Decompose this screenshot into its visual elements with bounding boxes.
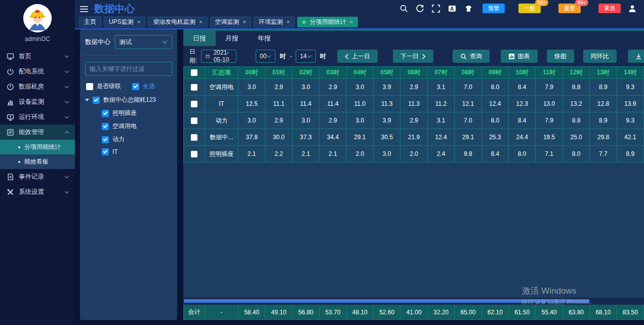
sidebar-item-能效管理[interactable]: 能效管理 bbox=[0, 125, 75, 140]
user-icon[interactable] bbox=[628, 4, 637, 13]
row-checkbox-cell bbox=[184, 129, 205, 146]
bullet-icon bbox=[18, 146, 20, 148]
tree-root-node[interactable]: 数据中心总能耗123 bbox=[85, 96, 172, 104]
sidebar-subitem-能效看板[interactable]: 能效看板 bbox=[0, 154, 75, 169]
row-value-cell: 42.1 bbox=[617, 129, 644, 146]
sidebar-item-设备监测[interactable]: 设备监测 bbox=[0, 94, 75, 109]
tree-node-checkbox[interactable] bbox=[102, 136, 109, 143]
select-all-label[interactable]: 全选 bbox=[143, 82, 155, 91]
fullscreen-icon[interactable] bbox=[432, 4, 440, 13]
row-value-cell: 11.3 bbox=[400, 96, 427, 112]
page-tab-分项用能统计[interactable]: 分项用能统计× bbox=[297, 17, 357, 27]
row-value-cell: 37.8 bbox=[238, 129, 265, 146]
query-button[interactable]: 查询 bbox=[453, 50, 490, 63]
cascade-checkbox[interactable] bbox=[86, 83, 93, 90]
select-all-rows-checkbox[interactable] bbox=[191, 69, 197, 76]
row-value-cell: 7.0 bbox=[455, 112, 481, 129]
hour-to-select[interactable]: 14 bbox=[296, 50, 315, 63]
sidebar-item-事件记录[interactable]: 事件记录 bbox=[0, 169, 75, 184]
row-checkbox[interactable] bbox=[191, 151, 197, 157]
panel-divider bbox=[80, 55, 177, 56]
tree-node-空调用电[interactable]: 空调用电 bbox=[102, 122, 172, 131]
compare-button[interactable]: 同环比 bbox=[583, 50, 617, 63]
sidebar-item-运行环境[interactable]: 运行环境 bbox=[0, 109, 75, 125]
row-value-cell: 3.0 bbox=[374, 146, 400, 162]
bullet-icon bbox=[18, 161, 20, 163]
row-value-cell: 25.3 bbox=[482, 129, 509, 146]
row-value-cell: 12.5 bbox=[238, 96, 265, 112]
date-picker[interactable]: 2021-05-10 bbox=[201, 50, 236, 63]
alarm-urgent-button[interactable]: 紧急 bbox=[598, 4, 621, 13]
close-icon[interactable]: × bbox=[287, 19, 290, 25]
row-value-cell: 2.9 bbox=[400, 112, 427, 129]
menu-toggle-icon[interactable] bbox=[80, 6, 88, 12]
close-icon[interactable]: × bbox=[243, 19, 246, 25]
tree-node-IT[interactable]: IT bbox=[102, 148, 172, 155]
report-tab-年报[interactable]: 年报 bbox=[248, 31, 280, 46]
row-value-cell: 8.9 bbox=[617, 146, 644, 162]
alarm-forecast-button[interactable]: 预警 bbox=[482, 4, 505, 13]
sidebar-item-系统设置[interactable]: 系统设置 bbox=[0, 184, 75, 199]
tree-node-动力[interactable]: 动力 bbox=[102, 135, 172, 144]
hour-from-select[interactable]: 00 bbox=[256, 50, 275, 63]
footer-value-cell: 52.60 bbox=[374, 305, 400, 320]
row-value-cell: 8.9 bbox=[590, 79, 617, 96]
row-value-cell: 3.0 bbox=[238, 112, 265, 129]
date-label: 日期: bbox=[189, 48, 197, 65]
row-checkbox[interactable] bbox=[191, 101, 197, 107]
refresh-icon[interactable] bbox=[416, 4, 424, 13]
tree-expand-caret-icon[interactable] bbox=[85, 99, 89, 101]
sidebar-item-数据机房[interactable]: 数据机房 bbox=[0, 79, 75, 94]
page-tab-空调监测[interactable]: 空调监测× bbox=[210, 17, 251, 27]
theme-icon[interactable] bbox=[464, 4, 473, 13]
chart-button[interactable]: 图表 bbox=[501, 50, 538, 63]
export-button[interactable]: 导出 bbox=[628, 50, 644, 63]
row-value-cell: 3.0 bbox=[347, 79, 374, 96]
page-tab-柴油发电机监测[interactable]: 柴油发电机监测× bbox=[148, 17, 207, 27]
row-value-cell: 2.2 bbox=[265, 146, 292, 162]
tree-filter-input[interactable] bbox=[85, 62, 172, 76]
sidebar-subitem-label: 分项用能统计 bbox=[24, 143, 61, 151]
footer-value-cell: 83.50 bbox=[617, 305, 644, 320]
page-tab-label: 空调监测 bbox=[215, 18, 239, 26]
tree-node-checkbox[interactable] bbox=[102, 110, 109, 117]
select-all-checkbox[interactable] bbox=[132, 83, 139, 90]
tree-root-checkbox[interactable] bbox=[93, 97, 100, 104]
row-checkbox[interactable] bbox=[191, 134, 197, 141]
search-icon[interactable] bbox=[399, 4, 408, 13]
tree-node-照明插座[interactable]: 照明插座 bbox=[102, 109, 172, 117]
page-tab-UPS监测[interactable]: UPS监测× bbox=[104, 17, 145, 27]
language-icon[interactable]: A bbox=[448, 4, 457, 13]
top-header: 数据中心 A bbox=[75, 0, 644, 29]
row-value-cell: 7.7 bbox=[590, 146, 617, 162]
sidebar-item-label: 事件记录 bbox=[19, 173, 65, 181]
close-icon[interactable]: × bbox=[349, 19, 352, 25]
report-tab-日报[interactable]: 日报 bbox=[183, 31, 216, 46]
prev-day-button[interactable]: 上一日 bbox=[337, 50, 378, 63]
sidebar-subitem-分项用能统计[interactable]: 分项用能统计 bbox=[0, 140, 75, 154]
report-tab-月报[interactable]: 月报 bbox=[216, 31, 248, 46]
row-checkbox[interactable] bbox=[191, 84, 197, 91]
sidebar-item-首页[interactable]: 首页 bbox=[0, 49, 75, 64]
alarm-important-button[interactable]: 重要99+ bbox=[558, 4, 581, 13]
close-icon[interactable]: × bbox=[199, 19, 202, 25]
tree-node-checkbox[interactable] bbox=[102, 123, 109, 130]
header-hour-cell: 05时 bbox=[374, 66, 400, 79]
user-avatar bbox=[23, 4, 52, 32]
tree-node-checkbox[interactable] bbox=[102, 148, 109, 155]
datacenter-select[interactable]: 测试 bbox=[115, 35, 172, 49]
row-value-cell: 34.4 bbox=[319, 129, 346, 146]
page-tab-主页[interactable]: 主页 bbox=[79, 17, 101, 27]
sidebar-item-配电系统[interactable]: 配电系统 bbox=[0, 64, 75, 79]
row-checkbox[interactable] bbox=[191, 117, 197, 124]
page-tab-环境监测[interactable]: 环境监测× bbox=[254, 17, 295, 27]
close-icon[interactable]: × bbox=[137, 19, 140, 25]
next-day-button[interactable]: 下一日 bbox=[393, 50, 433, 63]
alarm-general-button[interactable]: 一般99+ bbox=[518, 4, 541, 13]
search-icon bbox=[460, 53, 467, 60]
pie-button[interactable]: 饼图 bbox=[547, 50, 574, 63]
scrollbar-thumb[interactable] bbox=[184, 299, 589, 303]
chevron-down-icon bbox=[307, 55, 312, 58]
row-value-cell: 9.8 bbox=[455, 146, 481, 162]
row-value-cell: 2.9 bbox=[319, 79, 346, 96]
